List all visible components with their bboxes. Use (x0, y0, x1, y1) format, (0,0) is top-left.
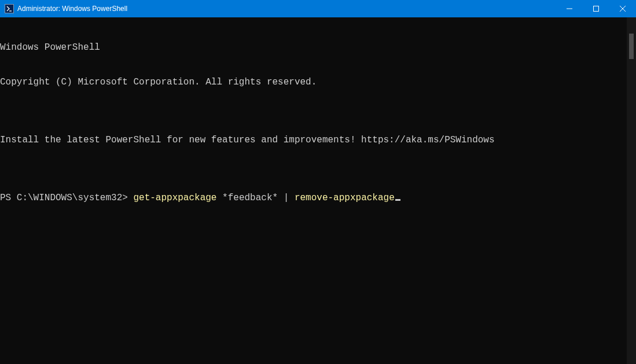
powershell-window: Administrator: Windows PowerShell Window… (0, 0, 636, 364)
pipe-token: | (284, 193, 289, 203)
text-cursor (395, 199, 400, 201)
command-space (289, 193, 295, 203)
client-area: Windows PowerShell Copyright (C) Microso… (0, 17, 636, 364)
prompt-prefix: PS C:\WINDOWS\system32> (0, 193, 133, 203)
scrollbar-thumb[interactable] (629, 34, 634, 59)
window-title: Administrator: Windows PowerShell (17, 5, 127, 13)
terminal-output[interactable]: Windows PowerShell Copyright (C) Microso… (0, 17, 627, 364)
vertical-scrollbar[interactable] (627, 17, 636, 364)
close-button[interactable] (609, 0, 636, 17)
banner-line: Windows PowerShell (0, 42, 627, 53)
window-controls (556, 0, 636, 17)
banner-line: Install the latest PowerShell for new fe… (0, 134, 627, 146)
titlebar[interactable]: Administrator: Windows PowerShell (0, 0, 636, 17)
powershell-icon (5, 4, 14, 13)
command-token: get-appxpackage (133, 193, 216, 203)
banner-line: Copyright (C) Microsoft Corporation. All… (0, 76, 627, 88)
prompt-line: PS C:\WINDOWS\system32> get-appxpackage … (0, 192, 627, 204)
minimize-button[interactable] (556, 0, 583, 17)
svg-rect-0 (594, 6, 599, 12)
command-arg: *feedback* (216, 193, 283, 203)
maximize-button[interactable] (583, 0, 609, 17)
command-token: remove-appxpackage (295, 193, 395, 203)
